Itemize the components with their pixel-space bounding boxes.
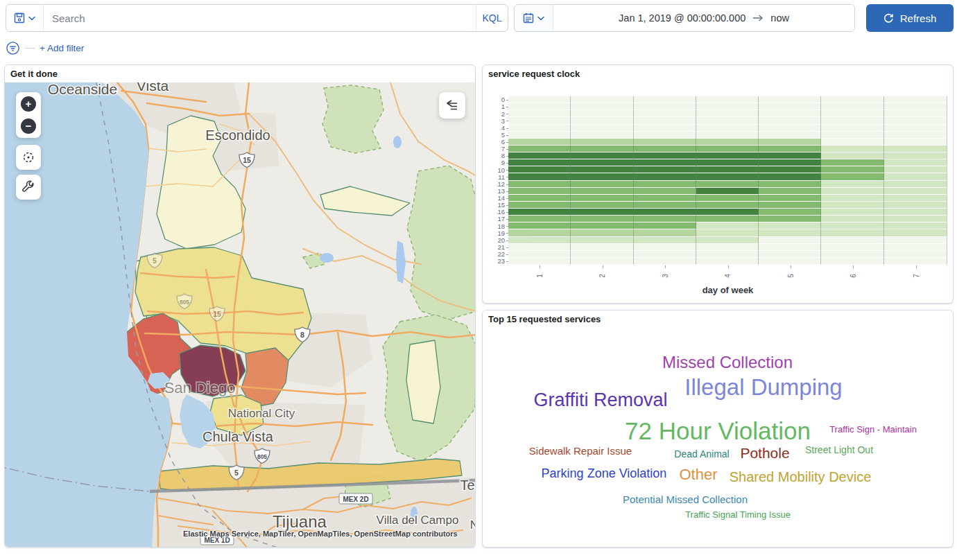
heatmap-cell[interactable] — [508, 159, 571, 166]
heatmap-cell[interactable] — [634, 229, 696, 236]
heatmap-cell[interactable] — [571, 181, 633, 188]
heatmap-cell[interactable] — [508, 229, 571, 236]
zoom-out-button[interactable]: − — [21, 119, 36, 134]
heatmap-cell[interactable] — [508, 188, 571, 195]
heatmap-cell[interactable] — [759, 229, 821, 236]
heatmap-cell[interactable] — [571, 96, 633, 103]
heatmap-cell[interactable] — [634, 166, 696, 173]
heatmap-cell[interactable] — [759, 152, 821, 159]
heatmap-cell[interactable] — [759, 237, 821, 244]
heatmap-cell[interactable] — [759, 110, 821, 117]
heatmap-cell[interactable] — [571, 188, 633, 195]
heatmap-cell[interactable] — [884, 202, 947, 209]
heatmap-cell[interactable] — [696, 166, 759, 173]
tag-word[interactable]: Dead Animal — [674, 448, 729, 460]
heatmap-cell[interactable] — [508, 110, 571, 117]
heatmap-cell[interactable] — [571, 216, 633, 222]
heatmap-cell[interactable] — [571, 110, 633, 117]
heatmap-cell[interactable] — [571, 159, 633, 166]
heatmap-cell[interactable] — [884, 103, 947, 110]
tag-word[interactable]: Pothole — [740, 445, 789, 462]
heatmap-cell[interactable] — [759, 132, 821, 139]
heatmap-cell[interactable] — [634, 96, 696, 103]
heatmap-cell[interactable] — [571, 166, 633, 173]
heatmap-cell[interactable] — [759, 96, 821, 103]
heatmap-cell[interactable] — [634, 159, 696, 166]
heatmap-cell[interactable] — [821, 181, 883, 188]
heatmap-cell[interactable] — [634, 202, 696, 209]
heatmap-cell[interactable] — [634, 152, 696, 159]
panel-title[interactable]: service request clock — [483, 65, 953, 82]
tag-word[interactable]: Traffic Sign - Maintain — [829, 424, 917, 435]
heatmap-cell[interactable] — [571, 146, 633, 152]
heatmap-cell[interactable] — [634, 125, 696, 132]
heatmap-cell[interactable] — [759, 209, 821, 216]
heatmap-cell[interactable] — [821, 188, 883, 195]
heatmap-cell[interactable] — [884, 229, 947, 236]
heatmap-cell[interactable] — [508, 103, 571, 110]
heatmap-cell[interactable] — [884, 96, 947, 103]
heatmap-cell[interactable] — [696, 125, 759, 132]
heatmap-cell[interactable] — [696, 181, 759, 188]
fit-to-data-button[interactable] — [16, 145, 41, 170]
zoom-in-button[interactable]: + — [21, 96, 36, 112]
refresh-button[interactable]: Refresh — [866, 4, 954, 32]
heatmap-cell[interactable] — [884, 216, 947, 222]
heatmap-cell[interactable] — [696, 202, 759, 209]
heatmap-cell[interactable] — [884, 166, 947, 173]
heatmap-cell[interactable] — [508, 132, 571, 139]
heatmap-cell[interactable] — [821, 222, 883, 229]
date-end[interactable]: now — [770, 12, 789, 24]
heatmap-cell[interactable] — [696, 222, 759, 229]
heatmap-cell[interactable] — [821, 216, 883, 222]
heatmap-cell[interactable] — [571, 173, 633, 180]
heatmap-cell[interactable] — [821, 96, 883, 103]
heatmap-cell[interactable] — [884, 188, 947, 195]
map-canvas[interactable]: 1558051588055 MEX 2DMEX 1D OceansideVist… — [5, 82, 476, 548]
date-range[interactable]: Jan 1, 2019 @ 00:00:00.000 now — [553, 5, 854, 31]
heatmap-cell[interactable] — [821, 132, 883, 139]
heatmap-cell[interactable] — [884, 146, 947, 152]
tag-word[interactable]: Parking Zone Violation — [542, 466, 667, 481]
heatmap-cell[interactable] — [696, 216, 759, 222]
heatmap-cell[interactable] — [571, 132, 633, 139]
heatmap-cell[interactable] — [821, 166, 883, 173]
heatmap-cell[interactable] — [508, 202, 571, 209]
heatmap-cell[interactable] — [696, 132, 759, 139]
query-language-button[interactable]: KQL — [476, 5, 508, 31]
date-quick-menu-button[interactable] — [515, 5, 553, 31]
heatmap-cell[interactable] — [821, 209, 883, 216]
panel-title[interactable]: Get it done — [5, 65, 475, 82]
tag-word[interactable]: Sidewalk Repair Issue — [529, 445, 632, 457]
heatmap-cell[interactable] — [821, 237, 883, 244]
heatmap-cell[interactable] — [508, 152, 571, 159]
heatmap-cell[interactable] — [884, 181, 947, 188]
heatmap-cell[interactable] — [634, 237, 696, 244]
heatmap-cell[interactable] — [696, 159, 759, 166]
heatmap-cell[interactable] — [508, 195, 571, 202]
heatmap-cell[interactable] — [696, 229, 759, 236]
heatmap-cell[interactable] — [884, 209, 947, 216]
search-input[interactable] — [44, 5, 476, 31]
heatmap-cell[interactable] — [634, 146, 696, 152]
heatmap-cell[interactable] — [508, 96, 571, 103]
heatmap-cell[interactable] — [821, 103, 883, 110]
tag-word[interactable]: Potential Missed Collection — [623, 493, 748, 505]
heatmap-cell[interactable] — [696, 96, 759, 103]
legend-collapse-button[interactable] — [439, 92, 465, 119]
heatmap-cell[interactable] — [884, 110, 947, 117]
heatmap-cell[interactable] — [508, 222, 571, 229]
heatmap-cell[interactable] — [884, 117, 947, 124]
map-tools-button[interactable] — [16, 175, 41, 200]
heatmap-cell[interactable] — [634, 181, 696, 188]
heatmap-cell[interactable] — [821, 110, 883, 117]
heatmap-cell[interactable] — [508, 166, 571, 173]
heatmap-cell[interactable] — [508, 139, 571, 146]
heatmap-cell[interactable] — [571, 117, 633, 124]
heatmap-cell[interactable] — [571, 229, 633, 236]
heatmap-cell[interactable] — [884, 125, 947, 132]
heatmap-cell[interactable] — [696, 139, 759, 146]
tag-word[interactable]: Illegal Dumping — [684, 374, 842, 401]
heatmap-cell[interactable] — [634, 117, 696, 124]
heatmap-cell[interactable] — [696, 152, 759, 159]
